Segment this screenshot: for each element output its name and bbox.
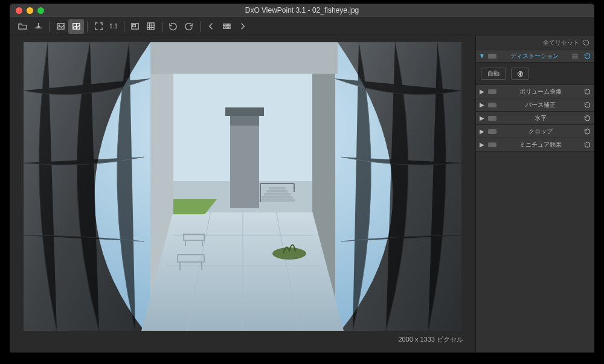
- redo-button[interactable]: [181, 19, 197, 34]
- svg-rect-8: [229, 24, 231, 26]
- loupe-button[interactable]: [127, 19, 143, 34]
- auto-button-label: 自動: [487, 69, 500, 78]
- fit-button[interactable]: [91, 19, 106, 34]
- svg-rect-29: [262, 196, 293, 199]
- svg-rect-28: [259, 199, 295, 202]
- auto-button[interactable]: 自動: [481, 68, 506, 80]
- chevron-right-icon: ▶: [480, 129, 484, 134]
- fit-icon: [94, 22, 103, 31]
- toolbar-separator: [162, 21, 162, 32]
- chevron-down-icon: ▼: [480, 54, 484, 59]
- thumbnails-button[interactable]: [219, 19, 235, 34]
- toolbar-separator: [49, 21, 50, 32]
- content-area: 2000 x 1333 ピクセル 全てリセット ▼ ディストーション 自動: [10, 36, 594, 353]
- image-dimensions: 2000 x 1333 ピクセル: [398, 335, 463, 344]
- reset-all-label: 全てリセット: [543, 39, 579, 47]
- undo-icon: [169, 22, 178, 31]
- chevron-right-icon: ▶: [480, 103, 484, 107]
- panel-toggle[interactable]: [488, 54, 496, 59]
- reset-all-button[interactable]: 全てリセット: [476, 36, 594, 49]
- thumbnails-icon: [222, 22, 231, 31]
- toolbar-separator: [200, 21, 201, 32]
- panel-header-horizon[interactable]: ▶ 水平: [476, 112, 594, 125]
- svg-rect-7: [226, 24, 228, 26]
- side-panel: 全てリセット ▼ ディストーション 自動 ▶: [475, 36, 594, 353]
- svg-rect-9: [223, 27, 225, 28]
- app-window: DxO ViewPoint 3.1 - 02_fisheye.jpg 1:1: [10, 4, 594, 353]
- svg-rect-25: [230, 115, 259, 208]
- svg-rect-27: [225, 107, 264, 116]
- image-preview: [24, 42, 461, 331]
- window-title: DxO ViewPoint 3.1 - 02_fisheye.jpg: [10, 6, 594, 14]
- panel-title: クロップ: [500, 127, 580, 136]
- image-compare-icon: [72, 22, 81, 31]
- panel-toggle[interactable]: [488, 142, 496, 147]
- panel-title: ボリューム歪像: [500, 88, 580, 96]
- save-icon: [34, 22, 43, 31]
- svg-point-1: [59, 25, 60, 26]
- chevron-right-icon: ▶: [480, 142, 484, 147]
- svg-rect-6: [223, 24, 225, 26]
- minimize-icon[interactable]: [27, 7, 33, 14]
- panel-title: 水平: [500, 114, 580, 123]
- panel-header-crop[interactable]: ▶ クロップ: [476, 125, 594, 138]
- panel-title: ディストーション: [500, 52, 568, 60]
- redo-icon: [184, 22, 193, 31]
- arrow-right-icon: [238, 22, 247, 31]
- distortion-mode-button[interactable]: [511, 68, 529, 80]
- arrow-left-icon: [207, 22, 216, 31]
- panel-title: ミニチュア効果: [500, 141, 580, 149]
- zoom-100-label: 1:1: [109, 23, 118, 30]
- svg-rect-31: [266, 190, 288, 193]
- panel-header-perspective[interactable]: ▶ パース補正: [476, 98, 594, 112]
- titlebar: DxO ViewPoint 3.1 - 02_fisheye.jpg: [10, 4, 594, 17]
- zoom-100-button[interactable]: 1:1: [106, 19, 121, 34]
- svg-rect-30: [264, 193, 291, 196]
- grid-icon: [146, 22, 155, 31]
- image-single-button[interactable]: [53, 19, 68, 34]
- svg-rect-10: [226, 27, 228, 28]
- window-controls: [16, 7, 44, 14]
- reset-icon[interactable]: [584, 115, 591, 121]
- maximize-icon[interactable]: [37, 7, 44, 14]
- options-icon[interactable]: [572, 53, 578, 59]
- undo-button[interactable]: [165, 19, 181, 34]
- chevron-right-icon: ▶: [480, 116, 484, 121]
- panel-header-volume[interactable]: ▶ ボリューム歪像: [476, 85, 594, 98]
- svg-rect-15: [150, 42, 338, 74]
- reset-icon[interactable]: [584, 101, 591, 108]
- svg-rect-32: [269, 187, 286, 190]
- grid-button[interactable]: [143, 19, 159, 34]
- reset-icon[interactable]: [584, 53, 591, 59]
- close-icon[interactable]: [16, 7, 22, 14]
- reset-icon: [583, 39, 590, 46]
- toolbar: 1:1: [10, 17, 594, 36]
- panel-toggle[interactable]: [488, 116, 496, 121]
- panel-toggle[interactable]: [488, 129, 496, 134]
- svg-rect-26: [230, 115, 259, 126]
- panel-header-miniature[interactable]: ▶ ミニチュア効果: [476, 138, 594, 152]
- svg-rect-4: [133, 25, 136, 27]
- reset-icon[interactable]: [584, 88, 591, 95]
- image-compare-button[interactable]: [68, 19, 84, 34]
- image-icon: [56, 22, 65, 31]
- loupe-icon: [130, 22, 140, 31]
- panel-header-distortion[interactable]: ▼ ディストーション: [476, 49, 594, 63]
- reset-icon[interactable]: [584, 128, 591, 135]
- reset-icon[interactable]: [584, 141, 591, 148]
- next-image-button[interactable]: [235, 19, 251, 34]
- panel-title: パース補正: [500, 101, 580, 109]
- image-canvas[interactable]: 2000 x 1333 ピクセル: [10, 36, 475, 353]
- panel-toggle[interactable]: [488, 89, 496, 94]
- svg-rect-5: [147, 23, 154, 30]
- chevron-right-icon: ▶: [480, 89, 484, 94]
- save-button[interactable]: [30, 19, 46, 34]
- panel-toggle[interactable]: [488, 103, 496, 107]
- prev-image-button[interactable]: [204, 19, 219, 34]
- toolbar-separator: [124, 21, 124, 32]
- fisheye-icon: [516, 70, 524, 78]
- open-file-button[interactable]: [14, 19, 30, 34]
- svg-rect-11: [229, 27, 231, 28]
- folder-icon: [18, 22, 27, 31]
- toolbar-separator: [87, 21, 88, 32]
